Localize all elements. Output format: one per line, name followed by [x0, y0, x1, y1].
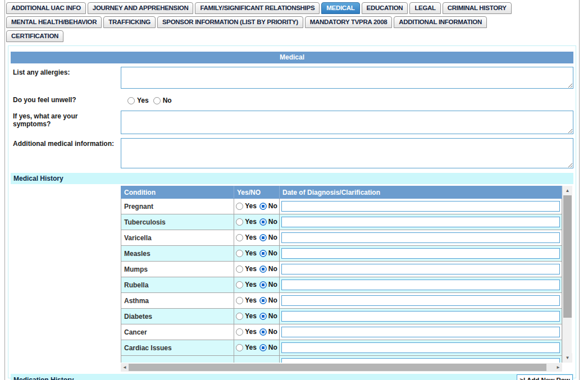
table-row: Pregnant Yes No — [121, 199, 562, 214]
tab[interactable]: SPONSOR INFORMATION (LIST BY PRIORITY) — [157, 16, 303, 28]
date-input[interactable] — [281, 217, 560, 227]
condition-cell: Cardiac Issues — [121, 340, 234, 356]
allergies-textarea[interactable] — [121, 67, 573, 89]
condition-no-radio[interactable] — [259, 203, 267, 210]
unwell-yes-radio[interactable] — [127, 97, 135, 104]
date-input[interactable] — [281, 327, 560, 337]
horizontal-scrollbar-thumb[interactable] — [129, 364, 546, 371]
arrow-down-icon: ▼ — [566, 355, 570, 360]
table-row: Cardiac Issues Yes No — [121, 340, 562, 356]
condition-no-radio[interactable] — [259, 328, 267, 336]
date-input[interactable] — [281, 311, 560, 322]
condition-yes-label: Yes — [245, 297, 257, 304]
condition-cell: Rubella — [121, 277, 234, 293]
condition-no-radio[interactable] — [259, 297, 267, 304]
medical-panel: Medical List any allergies: Do you feel … — [8, 45, 576, 378]
tab-label: EDUCATION — [367, 4, 403, 11]
date-column-header: Date of Diagnosis/Clarification — [280, 186, 562, 199]
table-row: Varicella Yes No — [121, 230, 562, 246]
condition-cell: Tuberculosis — [121, 214, 234, 230]
scroll-down-button[interactable]: ▼ — [563, 353, 572, 363]
condition-no-radio[interactable] — [259, 250, 267, 257]
tab-label: SPONSOR INFORMATION (LIST BY PRIORITY) — [162, 19, 298, 25]
condition-yes-radio[interactable] — [236, 328, 243, 336]
condition-yes-radio[interactable] — [236, 297, 243, 304]
condition-no-label: No — [268, 265, 277, 273]
horizontal-scrollbar[interactable]: ◄ ► — [121, 363, 562, 372]
tab[interactable]: TRAFFICKING — [103, 16, 156, 28]
condition-no-radio[interactable] — [259, 344, 267, 351]
yesno-cell: Yes No — [234, 340, 280, 356]
unwell-row: Do you feel unwell? Yes No — [11, 94, 573, 106]
condition-yes-radio[interactable] — [236, 313, 243, 320]
condition-yes-radio[interactable] — [236, 344, 243, 351]
condition-yes-radio[interactable] — [236, 265, 243, 273]
condition-cell: Varicella — [121, 230, 234, 246]
condition-yes-radio[interactable] — [236, 281, 243, 289]
unwell-yes-label: Yes — [137, 97, 149, 104]
date-input[interactable] — [281, 201, 560, 212]
tab[interactable]: EDUCATION — [362, 2, 408, 14]
condition-no-radio[interactable] — [259, 313, 267, 320]
tab[interactable]: CRIMINAL HISTORY — [443, 2, 512, 14]
scroll-right-button[interactable]: ► — [554, 363, 562, 372]
yesno-cell: Yes No — [234, 199, 280, 214]
condition-cell: Mumps — [121, 262, 234, 277]
symptoms-textarea[interactable] — [121, 111, 573, 134]
symptoms-row: If yes, what are your symptoms? — [11, 111, 573, 134]
table-row: Rubella Yes No — [121, 277, 562, 293]
condition-yes-label: Yes — [245, 203, 257, 210]
arrow-right-icon: ► — [556, 365, 560, 370]
condition-cell: Diabetes — [121, 309, 234, 324]
tab[interactable]: LEGAL — [409, 2, 440, 14]
scroll-up-button[interactable]: ▲ — [563, 186, 572, 195]
date-input[interactable] — [281, 232, 560, 243]
tab[interactable]: FAMILY/SIGNIFICANT RELATIONSHIPS — [195, 2, 320, 14]
medical-history-table: Condition Yes/NO Date of Diagnosis/Clari… — [121, 186, 562, 363]
condition-no-label: No — [268, 344, 277, 351]
vertical-scrollbar-thumb[interactable] — [563, 195, 572, 318]
tab[interactable]: ADDITIONAL UAC INFO — [6, 2, 86, 14]
condition-no-label: No — [268, 218, 277, 226]
condition-no-radio[interactable] — [259, 265, 267, 273]
table-row: Tuberculosis Yes No — [121, 214, 562, 230]
yesno-cell: Yes No — [234, 293, 280, 309]
table-row: Cancer Yes No — [121, 324, 562, 340]
condition-no-radio[interactable] — [259, 218, 267, 226]
condition-yes-radio[interactable] — [236, 234, 243, 241]
additional-info-field — [121, 138, 573, 168]
condition-no-radio[interactable] — [259, 234, 267, 241]
tab[interactable]: MEDICAL — [321, 2, 359, 14]
condition-yes-radio[interactable] — [236, 218, 243, 226]
tab[interactable]: MANDATORY TVPRA 2008 — [305, 16, 393, 28]
additional-info-textarea[interactable] — [121, 138, 573, 168]
add-new-row-button[interactable]: >| Add New Row — [517, 374, 573, 380]
tab-label: CRIMINAL HISTORY — [448, 4, 507, 11]
symptoms-field — [121, 111, 573, 134]
unwell-no-radio[interactable] — [153, 97, 161, 104]
table-row: Measles Yes No — [121, 246, 562, 262]
tab[interactable]: MENTAL HEALTH/BEHAVIOR — [6, 16, 102, 28]
condition-yes-radio[interactable] — [236, 250, 243, 257]
tab-label: ADDITIONAL INFORMATION — [399, 19, 482, 25]
medication-history-label: Medication History — [13, 376, 74, 380]
scroll-left-button[interactable]: ◄ — [121, 363, 129, 372]
medical-history-header: Medical History — [11, 173, 573, 184]
date-input[interactable] — [281, 342, 560, 353]
condition-yes-radio[interactable] — [236, 203, 243, 210]
date-input[interactable] — [281, 264, 560, 274]
page-frame: ADDITIONAL UAC INFO JOURNEY AND APPREHEN… — [4, 0, 580, 380]
tab[interactable]: ADDITIONAL INFORMATION — [394, 16, 487, 28]
vertical-scrollbar[interactable]: ▲ ▼ — [562, 186, 572, 363]
date-input[interactable] — [281, 248, 560, 259]
tab[interactable]: CERTIFICATION — [6, 30, 63, 42]
yesno-cell: Yes No — [234, 277, 280, 293]
allergies-row: List any allergies: — [11, 67, 573, 89]
date-input[interactable] — [281, 295, 560, 306]
condition-cell: Asthma — [121, 293, 234, 309]
condition-no-radio[interactable] — [259, 281, 267, 289]
date-input[interactable] — [281, 280, 560, 290]
date-input[interactable] — [281, 358, 560, 363]
tab-label: FAMILY/SIGNIFICANT RELATIONSHIPS — [200, 4, 314, 11]
tab[interactable]: JOURNEY AND APPREHENSION — [88, 2, 194, 14]
